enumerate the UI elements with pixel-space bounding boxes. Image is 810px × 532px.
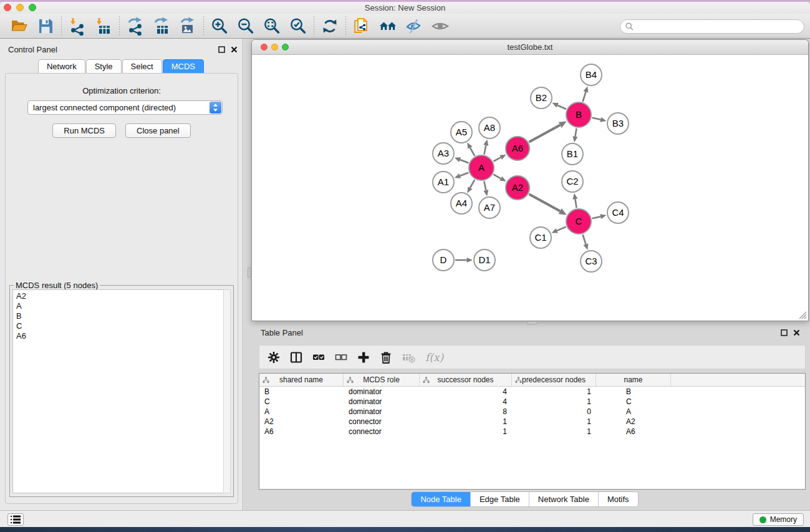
graph-node-B[interactable]: B [566,102,591,127]
close-panel-icon[interactable] [231,46,238,53]
graph-node-A5[interactable]: A5 [451,122,472,143]
tab-network[interactable]: Network [38,59,85,74]
graph-edge-A-A3[interactable] [460,160,469,163]
graph-edge-A-A6[interactable] [493,157,501,161]
open-session-icon[interactable] [6,16,32,37]
table-row[interactable]: Adominator80A [259,407,805,417]
graph-edge-B-B3[interactable] [592,118,600,120]
column-header-predecessor-nodes[interactable]: predecessor nodes [512,374,596,386]
network-canvas[interactable]: B4B2BB3A8A5A6B1A3AA1C2A2A4A7C4CC1C3DD1 [253,55,808,320]
zoom-fit-icon[interactable] [259,16,285,37]
table-row[interactable]: A6connector11A6 [259,427,805,437]
graph-node-D1[interactable]: D1 [474,249,495,271]
graph-node-C[interactable]: C [566,209,591,234]
network-window-titlebar[interactable]: testGlobe.txt [252,40,808,55]
close-panel-icon[interactable] [793,329,800,336]
tab-mcds[interactable]: MCDS [163,59,204,74]
tab-motifs[interactable]: Motifs [599,492,638,506]
column-header-shared-name[interactable]: shared name [259,374,344,386]
tab-select[interactable]: Select [122,59,162,74]
tab-node-table[interactable]: Node Table [412,492,471,506]
graph-node-A3[interactable]: A3 [433,143,454,164]
show-hide-details-icon[interactable] [427,16,453,37]
memory-button[interactable]: Memory [753,513,804,526]
graph-edge-A-A1[interactable] [460,173,469,176]
search-box[interactable] [620,19,804,34]
graph-node-C3[interactable]: C3 [581,251,602,272]
graph-node-A8[interactable]: A8 [479,117,500,138]
add-column-icon[interactable] [354,348,373,367]
graph-node-A[interactable]: A [469,155,494,180]
export-network-icon[interactable] [122,16,148,37]
graph-node-A7[interactable]: A7 [479,197,500,218]
mcds-result-item[interactable]: C [16,321,223,331]
graph-edge-A-A5[interactable] [470,148,475,156]
split-panel-icon[interactable] [287,348,306,367]
graph-node-C4[interactable]: C4 [607,202,629,223]
graph-node-C1[interactable]: C1 [530,227,551,248]
graph-edge-B-B2[interactable] [557,105,566,109]
column-header-name[interactable]: name [596,374,671,386]
graph-node-B4[interactable]: B4 [581,64,602,85]
mcds-result-item[interactable]: B [16,311,223,321]
delete-column-icon[interactable] [377,348,395,367]
save-session-icon[interactable] [32,16,59,37]
graph-edge-A-A8[interactable] [484,145,486,155]
clear-selection-icon[interactable] [332,348,350,367]
mcds-list-scrollbar[interactable] [223,289,231,493]
zoom-out-icon[interactable] [233,16,259,37]
table-settings-icon[interactable] [264,348,283,367]
graph-node-B1[interactable]: B1 [562,143,583,165]
graph-node-B2[interactable]: B2 [531,87,552,109]
mcds-result-item[interactable]: A2 [16,291,223,301]
graph-edge-C-C4[interactable] [592,216,600,218]
criterion-select[interactable]: largest connected component (directed) [27,100,223,115]
graph-edge-A2-C[interactable] [529,194,560,211]
import-table-icon[interactable] [90,16,117,37]
graph-edge-A-A7[interactable] [484,181,486,191]
graph-node-A1[interactable]: A1 [433,172,454,193]
search-input[interactable] [637,21,804,32]
left-scrollbar-thumb[interactable] [248,268,251,278]
select-all-icon[interactable] [309,348,328,367]
float-panel-icon[interactable] [218,46,225,53]
graph-node-C2[interactable]: C2 [562,171,583,192]
graph-edge-A-A4[interactable] [470,180,475,188]
export-image-icon[interactable] [175,16,201,37]
table-row[interactable]: A2connector11A2 [259,417,805,427]
graph-node-A2[interactable]: A2 [506,176,529,200]
tab-style[interactable]: Style [86,59,122,74]
tab-edge-table[interactable]: Edge Table [471,492,529,506]
export-table-icon[interactable] [148,16,175,37]
float-panel-icon[interactable] [781,329,788,336]
zoom-selected-icon[interactable] [285,16,311,37]
graph-node-A4[interactable]: A4 [451,193,472,214]
column-header-mcds-role[interactable]: MCDS role [344,374,420,386]
mcds-result-item[interactable]: A6 [16,331,223,341]
graph-edge-A-A2[interactable] [493,175,501,179]
home-view-icon[interactable] [375,16,401,37]
tab-network-table[interactable]: Network Table [529,492,599,506]
graph-edge-B-B1[interactable] [575,128,576,137]
network-from-file-icon[interactable] [349,16,375,37]
column-header-successor-nodes[interactable]: successor nodes [420,374,512,386]
resize-grip[interactable] [799,311,807,319]
zoom-in-icon[interactable] [206,16,233,37]
table-row[interactable]: Bdominator41B [259,387,805,397]
task-history-button[interactable] [7,513,24,526]
graph-edge-C-C2[interactable] [575,199,576,208]
graph-edge-C-C1[interactable] [557,227,566,231]
run-mcds-button[interactable]: Run MCDS [52,123,116,138]
table-row[interactable]: Cdominator41C [259,397,805,407]
toggle-graphics-details-icon[interactable] [401,16,427,37]
mcds-result-item[interactable]: A [16,301,223,311]
refresh-view-icon[interactable] [317,16,343,37]
graph-edge-A6-B[interactable] [529,125,560,142]
graph-node-A6[interactable]: A6 [506,137,529,160]
graph-edge-C-C3[interactable] [583,235,586,244]
graph-edge-B-B4[interactable] [583,92,586,102]
close-panel-button[interactable]: Close panel [125,123,191,138]
graph-node-B3[interactable]: B3 [607,113,629,134]
import-network-icon[interactable] [64,16,90,37]
graph-node-D[interactable]: D [433,249,454,271]
